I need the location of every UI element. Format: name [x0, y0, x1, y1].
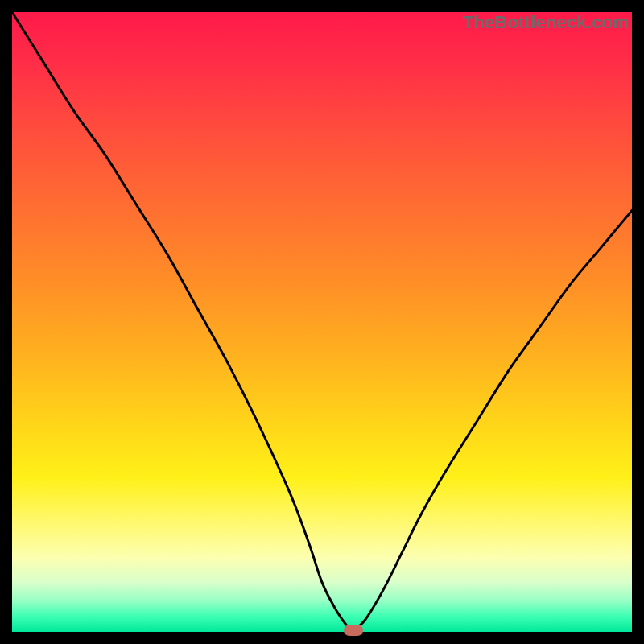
plot-area: TheBottleneck.com — [12, 12, 632, 632]
optimum-marker — [344, 625, 363, 636]
bottleneck-curve — [12, 12, 632, 632]
chart-frame: TheBottleneck.com — [0, 0, 644, 644]
curve-path — [12, 12, 632, 632]
